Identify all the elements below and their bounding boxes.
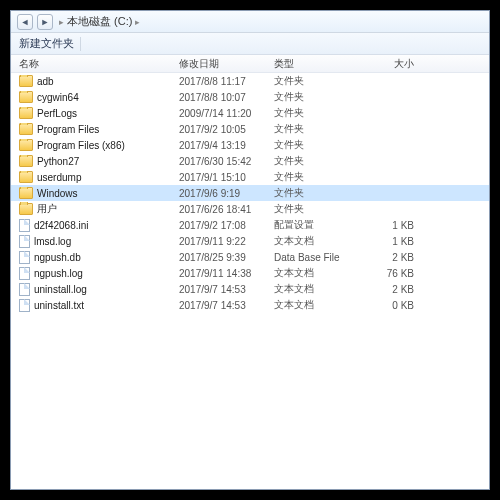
folder-icon <box>19 171 33 183</box>
cell-type: Data Base File <box>274 252 364 263</box>
cell-size: 2 KB <box>364 284 424 295</box>
file-name-label: d2f42068.ini <box>34 220 89 231</box>
cell-type: 文件夹 <box>274 122 364 136</box>
cell-date: 2017/8/25 9:39 <box>179 252 274 263</box>
file-icon <box>19 267 30 280</box>
column-header-modified[interactable]: 修改日期 <box>179 57 274 71</box>
cell-date: 2017/9/4 13:19 <box>179 140 274 151</box>
table-row[interactable]: 用户2017/6/26 18:41文件夹 <box>11 201 489 217</box>
file-icon <box>19 219 30 232</box>
column-header-size[interactable]: 大小 <box>364 57 424 71</box>
folder-icon <box>19 139 33 151</box>
folder-icon <box>19 91 33 103</box>
cell-size: 2 KB <box>364 252 424 263</box>
folder-icon <box>19 75 33 87</box>
cell-name: PerfLogs <box>19 107 179 119</box>
file-name-label: uninstall.log <box>34 284 87 295</box>
file-name-label: cygwin64 <box>37 92 79 103</box>
table-row[interactable]: uninstall.txt2017/9/7 14:53文本文档0 KB <box>11 297 489 313</box>
table-row[interactable]: Windows2017/9/6 9:19文件夹 <box>11 185 489 201</box>
file-name-label: ngpush.db <box>34 252 81 263</box>
explorer-window: ◄ ► ▸ 本地磁盘 (C:) ▸ 新建文件夹 名称 修改日期 类型 大小 ad… <box>10 10 490 490</box>
back-button[interactable]: ◄ <box>17 14 33 30</box>
table-row[interactable]: d2f42068.ini2017/9/2 17:08配置设置1 KB <box>11 217 489 233</box>
file-icon <box>19 283 30 296</box>
cell-name: adb <box>19 75 179 87</box>
table-row[interactable]: lmsd.log2017/9/11 9:22文本文档1 KB <box>11 233 489 249</box>
cell-name: ngpush.log <box>19 267 179 280</box>
cell-size: 0 KB <box>364 300 424 311</box>
cell-type: 文件夹 <box>274 74 364 88</box>
cell-name: ngpush.db <box>19 251 179 264</box>
cell-date: 2017/6/30 15:42 <box>179 156 274 167</box>
file-icon <box>19 235 30 248</box>
toolbar: 新建文件夹 <box>11 33 489 55</box>
cell-name: Program Files <box>19 123 179 135</box>
cell-type: 文件夹 <box>274 106 364 120</box>
cell-name: lmsd.log <box>19 235 179 248</box>
column-header-name[interactable]: 名称 <box>19 57 179 71</box>
file-icon <box>19 251 30 264</box>
table-row[interactable]: ngpush.log2017/9/11 14:38文本文档76 KB <box>11 265 489 281</box>
cell-type: 文件夹 <box>274 154 364 168</box>
table-row[interactable]: uninstall.log2017/9/7 14:53文本文档2 KB <box>11 281 489 297</box>
chevron-right-icon: ▸ <box>135 17 140 27</box>
table-row[interactable]: PerfLogs2009/7/14 11:20文件夹 <box>11 105 489 121</box>
table-row[interactable]: Program Files (x86)2017/9/4 13:19文件夹 <box>11 137 489 153</box>
cell-name: 用户 <box>19 202 179 216</box>
cell-name: d2f42068.ini <box>19 219 179 232</box>
breadcrumb-drive[interactable]: 本地磁盘 (C:) <box>67 14 132 29</box>
cell-date: 2017/9/7 14:53 <box>179 284 274 295</box>
cell-date: 2017/9/2 17:08 <box>179 220 274 231</box>
cell-type: 文本文档 <box>274 298 364 312</box>
folder-icon <box>19 155 33 167</box>
folder-icon <box>19 203 33 215</box>
cell-name: cygwin64 <box>19 91 179 103</box>
cell-type: 文件夹 <box>274 202 364 216</box>
file-name-label: uninstall.txt <box>34 300 84 311</box>
table-row[interactable]: userdump2017/9/1 15:10文件夹 <box>11 169 489 185</box>
column-header-type[interactable]: 类型 <box>274 57 364 71</box>
file-name-label: Windows <box>37 188 78 199</box>
cell-date: 2017/9/1 15:10 <box>179 172 274 183</box>
new-folder-button[interactable]: 新建文件夹 <box>19 36 74 51</box>
file-name-label: Program Files (x86) <box>37 140 125 151</box>
table-row[interactable]: Program Files2017/9/2 10:05文件夹 <box>11 121 489 137</box>
table-row[interactable]: ngpush.db2017/8/25 9:39Data Base File2 K… <box>11 249 489 265</box>
cell-type: 文本文档 <box>274 234 364 248</box>
nav-arrows: ◄ ► <box>11 14 59 30</box>
cell-type: 文本文档 <box>274 282 364 296</box>
file-name-label: lmsd.log <box>34 236 71 247</box>
cell-type: 文件夹 <box>274 138 364 152</box>
cell-type: 配置设置 <box>274 218 364 232</box>
file-name-label: 用户 <box>37 202 57 216</box>
folder-icon <box>19 123 33 135</box>
cell-name: uninstall.log <box>19 283 179 296</box>
file-name-label: ngpush.log <box>34 268 83 279</box>
cell-date: 2017/9/7 14:53 <box>179 300 274 311</box>
cell-date: 2017/9/2 10:05 <box>179 124 274 135</box>
cell-name: Python27 <box>19 155 179 167</box>
cell-date: 2017/9/6 9:19 <box>179 188 274 199</box>
folder-icon <box>19 107 33 119</box>
cell-date: 2009/7/14 11:20 <box>179 108 274 119</box>
file-rows: adb2017/8/8 11:17文件夹cygwin642017/8/8 10:… <box>11 73 489 313</box>
titlebar: ◄ ► ▸ 本地磁盘 (C:) ▸ <box>11 11 489 33</box>
cell-name: Program Files (x86) <box>19 139 179 151</box>
forward-button[interactable]: ► <box>37 14 53 30</box>
file-name-label: PerfLogs <box>37 108 77 119</box>
cell-date: 2017/8/8 11:17 <box>179 76 274 87</box>
cell-name: uninstall.txt <box>19 299 179 312</box>
cell-type: 文件夹 <box>274 90 364 104</box>
table-row[interactable]: cygwin642017/8/8 10:07文件夹 <box>11 89 489 105</box>
cell-size: 1 KB <box>364 220 424 231</box>
toolbar-separator <box>80 37 81 51</box>
cell-name: userdump <box>19 171 179 183</box>
cell-date: 2017/9/11 9:22 <box>179 236 274 247</box>
cell-date: 2017/6/26 18:41 <box>179 204 274 215</box>
file-icon <box>19 299 30 312</box>
table-row[interactable]: adb2017/8/8 11:17文件夹 <box>11 73 489 89</box>
table-row[interactable]: Python272017/6/30 15:42文件夹 <box>11 153 489 169</box>
breadcrumb[interactable]: ▸ 本地磁盘 (C:) ▸ <box>59 14 489 29</box>
cell-date: 2017/8/8 10:07 <box>179 92 274 103</box>
